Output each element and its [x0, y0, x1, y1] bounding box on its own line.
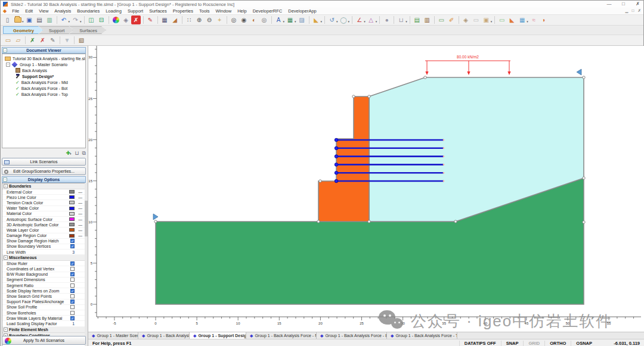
tree-item-scenario[interactable]: ✓Back Analysis Force - Bot: [2, 85, 85, 91]
minimize-button[interactable]: —: [606, 1, 612, 8]
bolt-face-plate[interactable]: [335, 146, 338, 150]
model-canvas[interactable]: 80.00 kN/m2-5051015202530354045505505101…: [88, 46, 644, 332]
workflow-tab-support[interactable]: Support: [39, 26, 73, 34]
boundary-vertex[interactable]: [352, 95, 355, 98]
color-swatch[interactable]: [69, 217, 75, 221]
zoom-actual-icon[interactable]: ◉: [239, 15, 249, 24]
menu-tools[interactable]: Tools: [196, 8, 213, 14]
delete-scenario-icon[interactable]: ⊔: [75, 150, 79, 156]
bolt-face-plate[interactable]: [335, 179, 338, 183]
color-swatch[interactable]: [69, 207, 75, 210]
water-bc-icon[interactable]: ▦: [518, 15, 527, 24]
status-toggle-snap[interactable]: SNAP: [501, 341, 524, 346]
zoom-window-icon[interactable]: ◎: [229, 15, 239, 24]
setsquare-icon[interactable]: ◣: [311, 15, 321, 24]
color-swatch[interactable]: [69, 212, 75, 216]
edit-group-properties-button[interactable]: Edit Group/Scenario Properties...: [2, 167, 86, 175]
menu-view[interactable]: View: [36, 8, 51, 14]
water-bc-icon-dropdown[interactable]: ▾: [527, 20, 528, 23]
redo-icon-dropdown[interactable]: ▾: [80, 20, 82, 23]
workflow-tab-geometry[interactable]: Geometry: [3, 26, 43, 34]
display-options-icon[interactable]: [111, 15, 120, 24]
menu-developerrfc[interactable]: DeveloperRFC: [250, 8, 286, 14]
menu-properties[interactable]: Properties: [170, 8, 196, 14]
menu-boundaries[interactable]: Boundaries: [74, 8, 103, 14]
link-scenarios-button[interactable]: Link Scenarios: [2, 158, 86, 166]
boundary-vertex[interactable]: [317, 220, 320, 223]
swatch-more-button[interactable]: —: [78, 206, 82, 210]
tree-scenario-label[interactable]: Support Design*: [22, 74, 54, 79]
image-tool-icon[interactable]: ▨: [297, 15, 306, 24]
menu-developerapp[interactable]: DeveloperApp: [285, 8, 320, 14]
property-value[interactable]: 3: [72, 250, 75, 254]
color-swatch[interactable]: [69, 228, 75, 232]
move-vertices-icon[interactable]: ✗: [38, 36, 48, 45]
scenario-tab[interactable]: ◆Group 1 - Support Design*: [190, 332, 246, 339]
duplicate-scenario-icon[interactable]: ⧉: [82, 150, 86, 157]
compute-icon[interactable]: ▦: [160, 15, 169, 24]
swatch-more-button[interactable]: —: [78, 228, 82, 232]
bolt-face-plate[interactable]: [335, 171, 338, 174]
property-checkbox[interactable]: ✓: [70, 244, 75, 248]
zoom-highlight-icon[interactable]: ◐: [249, 15, 259, 24]
undo-icon-dropdown[interactable]: ▾: [69, 20, 70, 23]
edit-vertices-icon[interactable]: ✗: [28, 36, 38, 45]
bolt-face-plate[interactable]: [335, 138, 338, 142]
property-checkbox[interactable]: ✓: [70, 289, 75, 293]
boundary-vertex[interactable]: [368, 220, 370, 223]
boundary-vertex[interactable]: [454, 220, 457, 223]
new-file-icon[interactable]: ▯: [3, 15, 13, 24]
tree-item-scenario[interactable]: Back Analysis: [2, 67, 85, 73]
swatch-more-button[interactable]: —: [78, 217, 82, 222]
tree-scenario-label[interactable]: Back Analysis Force - Top: [21, 92, 68, 96]
add-vertex-icon[interactable]: ✎: [48, 36, 58, 45]
property-checkbox[interactable]: ✓: [70, 272, 75, 276]
apply-all-scenarios-button[interactable]: Apply To All Scenarios: [2, 336, 86, 345]
assign-properties-icon[interactable]: ▧: [77, 36, 86, 45]
swatch-more-button[interactable]: —: [78, 190, 82, 194]
boundary-vertex[interactable]: [583, 76, 585, 79]
anchor-icon[interactable]: ◗: [539, 15, 549, 24]
tree-scenario-label[interactable]: Back Analysis: [22, 68, 47, 73]
property-checkbox[interactable]: [70, 294, 75, 298]
soil-layers-icon[interactable]: ▤: [412, 15, 422, 24]
tree-group-label[interactable]: Group 1 - Master Scenario: [20, 63, 67, 67]
scenario-tool-icon[interactable]: ◈: [121, 15, 131, 24]
workflow-tab-surfaces[interactable]: Surfaces: [69, 26, 106, 34]
add-material-boundary-icon[interactable]: ▱: [14, 36, 23, 45]
property-checkbox[interactable]: [70, 283, 75, 288]
property-checkbox[interactable]: [70, 305, 75, 309]
hatch-tool-icon[interactable]: ◈: [461, 15, 470, 24]
section-collapse-icon[interactable]: -: [4, 184, 8, 188]
table-tool-icon[interactable]: ▦: [286, 15, 295, 24]
ellipse-tool-icon-dropdown[interactable]: ▾: [348, 20, 350, 23]
swatch-more-button[interactable]: —: [78, 233, 82, 238]
menu-analysis[interactable]: Analysis: [51, 8, 74, 14]
property-checkbox[interactable]: [70, 311, 75, 315]
zoom-out-icon[interactable]: ⊖: [205, 15, 214, 24]
menu-window[interactable]: Window: [213, 8, 235, 14]
interpret-chart-icon[interactable]: ◢: [170, 15, 179, 24]
add-material-icon[interactable]: ▭: [436, 15, 446, 24]
boundary-vertex[interactable]: [583, 177, 585, 179]
menu-edit[interactable]: Edit: [22, 8, 36, 14]
property-value[interactable]: 1: [72, 322, 75, 326]
mdi-restore-button[interactable]: □: [632, 8, 634, 13]
angle-tool-icon-dropdown[interactable]: ▾: [364, 20, 366, 23]
angle-tool-icon[interactable]: ∠: [355, 15, 364, 24]
text-tool-icon[interactable]: A: [274, 15, 283, 24]
ellipse-tool-icon[interactable]: ◯: [339, 15, 348, 24]
scenario-tab[interactable]: ◆Group 1 - Master Scenario: [88, 332, 138, 339]
tree-item-group[interactable]: -Group 1 - Master Scenario: [2, 61, 85, 67]
property-checkbox[interactable]: [70, 267, 75, 271]
slope-orange-icon[interactable]: ◣: [507, 15, 517, 24]
sphere-icon[interactable]: ●: [382, 15, 392, 24]
section-finite-element-mesh[interactable]: -Finite Element Mesh: [2, 327, 85, 333]
status-toggle-grid[interactable]: GRID: [523, 341, 544, 346]
tree-item-scenario[interactable]: ✓Back Analysis Force - Mid: [2, 79, 85, 85]
rotate-view-icon[interactable]: ↺: [327, 15, 337, 24]
swatch-more-button[interactable]: —: [78, 211, 82, 216]
region-blank-icon[interactable]: ▭: [471, 15, 481, 24]
scenario-tab[interactable]: ◆Group 1 - Back Analysis: [138, 332, 190, 339]
tree-item-scenario[interactable]: ✓Back Analysis Force - Top: [2, 91, 85, 97]
